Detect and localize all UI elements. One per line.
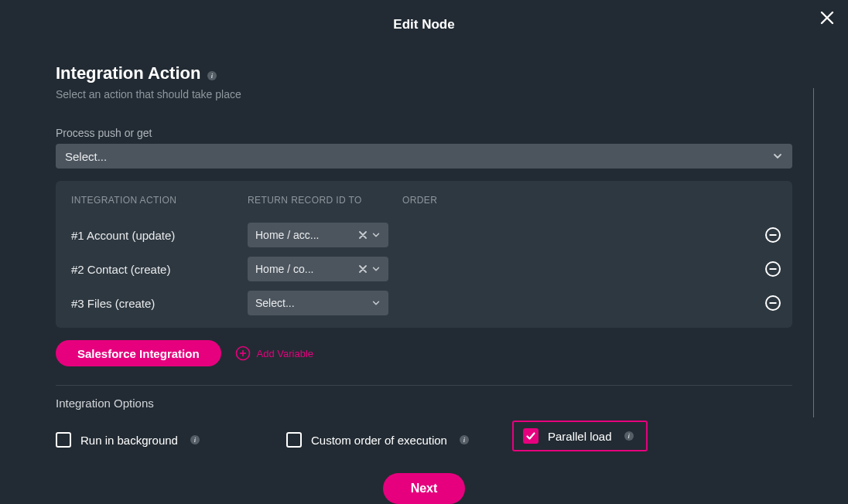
plus-circle-icon: [235, 346, 251, 361]
options-row: Run in background i Custom order of exec…: [56, 428, 792, 451]
option-parallel-load[interactable]: Parallel load i: [512, 421, 648, 451]
remove-row-button[interactable]: [764, 261, 781, 278]
return-id-select[interactable]: Select...: [248, 291, 388, 315]
next-button[interactable]: Next: [383, 473, 466, 504]
info-icon[interactable]: i: [207, 71, 217, 80]
option-run-in-background[interactable]: Run in background i: [56, 428, 286, 451]
checkbox[interactable]: [56, 432, 71, 448]
clear-icon[interactable]: [359, 265, 367, 273]
clear-icon[interactable]: [359, 231, 367, 239]
col-header-return: RETURN RECORD ID TO: [248, 195, 402, 206]
close-icon: [820, 11, 834, 25]
chevron-down-icon: [371, 264, 381, 274]
close-button[interactable]: [820, 11, 834, 25]
option-label: Parallel load: [548, 430, 612, 443]
section-subtitle: Select an action that should take place: [56, 88, 792, 100]
col-header-action: INTEGRATION ACTION: [71, 195, 248, 206]
row-label: #3 Files (create): [71, 297, 248, 310]
return-id-value: Select...: [255, 297, 371, 309]
add-variable-link[interactable]: Add Variable: [235, 346, 313, 361]
checkbox-checked[interactable]: [523, 428, 539, 444]
return-id-select[interactable]: Home / co...: [248, 257, 388, 281]
remove-icon: [764, 226, 781, 243]
table-header-row: INTEGRATION ACTION RETURN RECORD ID TO O…: [67, 195, 781, 206]
option-label: Run in background: [80, 434, 178, 447]
info-icon[interactable]: i: [624, 431, 634, 441]
section-title: Integration Action: [56, 63, 200, 83]
remove-row-button[interactable]: [764, 226, 781, 243]
info-icon[interactable]: i: [460, 435, 469, 444]
row-label: #2 Contact (create): [71, 263, 248, 276]
remove-row-button[interactable]: [764, 295, 781, 312]
remove-icon: [764, 261, 781, 278]
divider: [56, 385, 792, 386]
chevron-down-icon: [772, 151, 783, 162]
process-select[interactable]: Select...: [56, 144, 792, 169]
return-id-select[interactable]: Home / acc...: [248, 223, 388, 247]
option-label: Custom order of execution: [311, 434, 447, 447]
edit-node-modal: Edit Node Integration Action i Select an…: [0, 0, 848, 504]
table-row: #3 Files (create) Select...: [67, 286, 781, 320]
chevron-down-icon: [371, 230, 381, 240]
check-icon: [525, 431, 536, 441]
section-heading-row: Integration Action i: [56, 63, 792, 83]
chevron-down-icon: [371, 298, 381, 308]
add-variable-label: Add Variable: [257, 348, 313, 359]
checkbox[interactable]: [286, 432, 302, 448]
table-row: #1 Account (update) Home / acc...: [67, 218, 781, 252]
salesforce-integration-button[interactable]: Salesforce Integration: [56, 340, 221, 366]
info-icon[interactable]: i: [190, 435, 200, 444]
process-field-label: Process push or get: [56, 127, 792, 139]
process-select-value: Select...: [65, 150, 107, 163]
remove-icon: [764, 295, 781, 312]
row-label: #1 Account (update): [71, 229, 248, 242]
option-custom-order[interactable]: Custom order of execution i: [286, 428, 512, 451]
integration-options-header[interactable]: Integration Options: [56, 397, 792, 410]
return-id-value: Home / acc...: [255, 229, 354, 241]
integration-options-title: Integration Options: [56, 397, 154, 410]
col-header-order: ORDER: [402, 195, 781, 206]
integration-actions-table: INTEGRATION ACTION RETURN RECORD ID TO O…: [56, 181, 792, 328]
modal-title: Edit Node: [0, 17, 848, 32]
scrollbar-track[interactable]: [813, 88, 814, 417]
return-id-value: Home / co...: [255, 263, 354, 275]
table-row: #2 Contact (create) Home / co...: [67, 252, 781, 286]
